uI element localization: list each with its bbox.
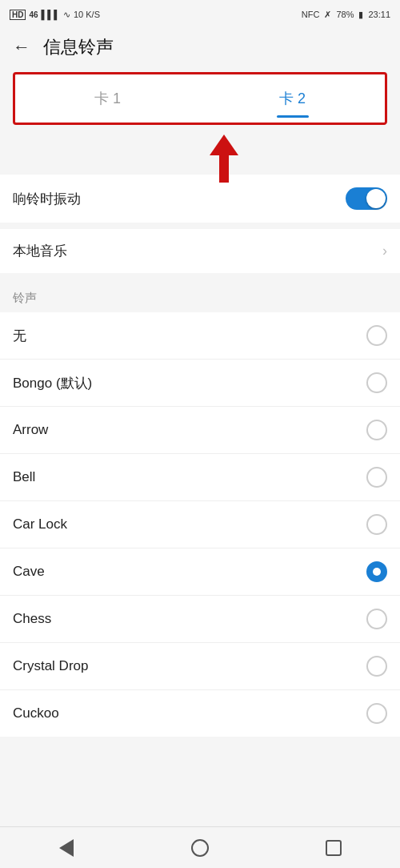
vibrate-toggle[interactable] (346, 187, 387, 210)
section-header: 铃声 (0, 279, 400, 312)
hd-badge: HD (10, 10, 26, 20)
ringtone-name-3: Bell (13, 469, 35, 485)
status-left: HD 46 ▌▌▌ ∿ 10 K/S (10, 10, 100, 20)
local-music-row[interactable]: 本地音乐 › (0, 229, 400, 273)
arrow-head (210, 135, 238, 155)
ringtone-row-1[interactable]: Bongo (默认) (0, 360, 400, 407)
ringtone-name-0: 无 (13, 327, 26, 345)
ringtone-row-5[interactable]: Cave (0, 549, 400, 596)
radio-7[interactable] (366, 656, 387, 677)
home-circle-icon (191, 839, 209, 857)
ringtone-name-6: Chess (13, 611, 51, 627)
ringtone-name-5: Cave (13, 564, 45, 580)
radio-0[interactable] (366, 325, 387, 346)
back-nav-button[interactable] (50, 832, 82, 864)
wifi-icon: ∿ (63, 10, 70, 20)
back-button[interactable]: ← (13, 37, 30, 58)
ringtone-list: 无 Bongo (默认) Arrow Bell Car Lock Cave Ch… (0, 312, 400, 737)
ringtone-row-0[interactable]: 无 (0, 312, 400, 360)
signal-bars: ▌▌▌ (42, 10, 60, 19)
page-title: 信息铃声 (43, 35, 114, 59)
bluetooth-icon: ✗ (324, 10, 331, 20)
vibrate-label: 响铃时振动 (13, 190, 81, 208)
annotation-arrow (48, 135, 400, 183)
home-nav-button[interactable] (184, 832, 216, 864)
local-music-label: 本地音乐 (13, 242, 67, 260)
time: 23:11 (368, 10, 390, 19)
ringtone-name-1: Bongo (默认) (13, 374, 92, 392)
radio-5[interactable] (366, 561, 387, 582)
status-bar: HD 46 ▌▌▌ ∿ 10 K/S NFC ✗ 78% ▮ 23:11 (0, 0, 400, 29)
red-arrow (210, 135, 238, 183)
chevron-icon: › (382, 243, 387, 259)
battery-percent: 78% (336, 10, 354, 19)
signal-4g: 46 (29, 10, 38, 19)
radio-1[interactable] (366, 372, 387, 393)
tab-card2[interactable]: 卡 2 (200, 79, 385, 118)
radio-6[interactable] (366, 609, 387, 629)
tab-card1[interactable]: 卡 1 (15, 79, 200, 118)
nfc-icon: NFC (302, 10, 320, 19)
nav-bar (0, 826, 400, 868)
ringtone-row-2[interactable]: Arrow (0, 407, 400, 454)
recent-nav-button[interactable] (318, 832, 350, 864)
network-speed: 10 K/S (74, 10, 100, 19)
radio-3[interactable] (366, 467, 387, 488)
tab-row: 卡 1 卡 2 (15, 79, 385, 118)
arrow-shaft (219, 155, 229, 183)
radio-2[interactable] (366, 420, 387, 440)
ringtone-name-2: Arrow (13, 422, 48, 438)
ringtone-row-4[interactable]: Car Lock (0, 501, 400, 549)
ringtone-row-8[interactable]: Cuckoo (0, 690, 400, 737)
tab-container: 卡 1 卡 2 (13, 72, 387, 125)
header: ← 信息铃声 (0, 29, 400, 62)
ringtone-row-7[interactable]: Crystal Drop (0, 643, 400, 690)
ringtone-row-6[interactable]: Chess (0, 596, 400, 643)
ringtone-name-7: Crystal Drop (13, 658, 88, 674)
ringtone-row-3[interactable]: Bell (0, 454, 400, 501)
local-music-section: 本地音乐 › (0, 229, 400, 273)
status-right: NFC ✗ 78% ▮ 23:11 (302, 10, 390, 20)
ringtone-name-4: Car Lock (13, 516, 67, 532)
recent-square-icon (326, 840, 342, 856)
ringtone-name-8: Cuckoo (13, 705, 59, 721)
back-triangle-icon (59, 839, 74, 857)
radio-4[interactable] (366, 514, 387, 535)
battery-icon: ▮ (358, 10, 363, 20)
radio-8[interactable] (366, 703, 387, 724)
